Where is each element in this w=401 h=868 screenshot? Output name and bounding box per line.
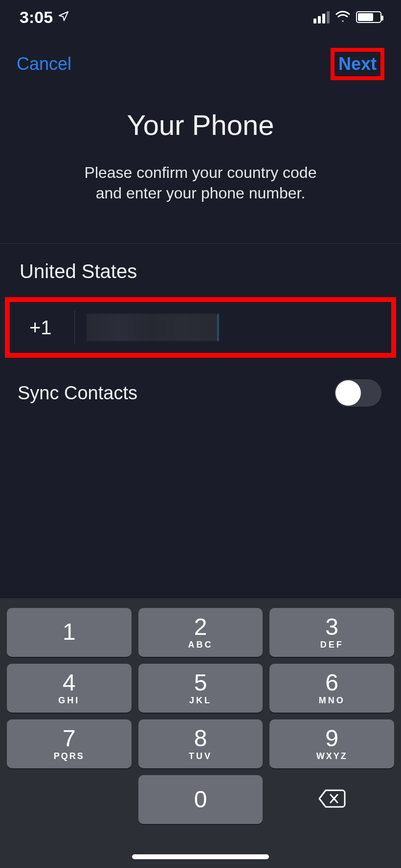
key-blank (7, 775, 132, 824)
cellular-signal-icon (313, 11, 330, 23)
key-3[interactable]: 3 DEF (269, 608, 394, 657)
backspace-icon (318, 788, 346, 811)
key-7[interactable]: 7 PQRS (7, 719, 132, 768)
key-2[interactable]: 2 ABC (138, 608, 263, 657)
key-9[interactable]: 9 WXYZ (269, 719, 394, 768)
sync-contacts-row: Sync Contacts (0, 358, 401, 407)
status-bar: 3:05 (0, 0, 401, 34)
key-5[interactable]: 5 JKL (138, 664, 263, 713)
page-heading: Your Phone (0, 108, 401, 141)
divider-vertical (74, 311, 75, 344)
dial-code: +1 (29, 317, 74, 339)
status-time: 3:05 (20, 8, 53, 27)
sync-contacts-toggle[interactable] (334, 379, 381, 407)
next-button-highlight: Next (331, 48, 384, 80)
key-1[interactable]: 1 (7, 608, 132, 657)
phone-input-row[interactable]: +1 (5, 297, 396, 358)
phone-number-input[interactable] (87, 314, 219, 341)
next-button[interactable]: Next (338, 54, 377, 74)
backspace-key[interactable] (269, 775, 394, 824)
key-6[interactable]: 6 MNO (269, 664, 394, 713)
country-label: United States (20, 260, 137, 282)
wifi-icon (335, 11, 350, 23)
country-selector[interactable]: United States (0, 244, 401, 297)
numeric-keypad: 1 2 ABC 3 DEF 4 GHI 5 JKL 6 MNO 7 PQRS 8 (0, 598, 401, 868)
location-icon (58, 10, 69, 24)
home-indicator[interactable] (132, 854, 269, 859)
page-title: Your Phone (0, 108, 401, 141)
nav-bar: Cancel Next (0, 34, 401, 85)
toggle-knob (335, 380, 361, 406)
battery-icon (356, 11, 381, 23)
key-8[interactable]: 8 TUV (138, 719, 263, 768)
key-4[interactable]: 4 GHI (7, 664, 132, 713)
key-0[interactable]: 0 (138, 775, 263, 824)
page-subtitle: Please confirm your country code and ent… (0, 163, 401, 203)
cancel-button[interactable]: Cancel (17, 54, 71, 74)
sync-contacts-label: Sync Contacts (18, 383, 137, 404)
